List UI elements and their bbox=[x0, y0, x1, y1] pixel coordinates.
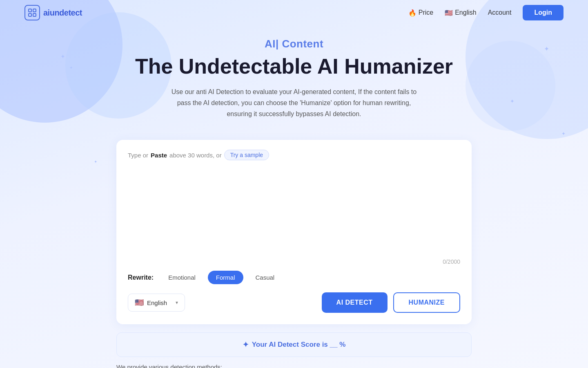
rewrite-formal[interactable]: Formal bbox=[208, 271, 243, 284]
below-fold: We provide various detection methods: bbox=[116, 364, 472, 368]
hero-title: The Undetectable AI Humanizer bbox=[8, 54, 580, 79]
score-label: Your AI Detect Score is __ % bbox=[252, 341, 346, 349]
fire-icon: 🔥 bbox=[408, 9, 416, 17]
nav-links: 🔥 Price 🇺🇸 English Account Login bbox=[408, 5, 564, 20]
navbar: aiundetect 🔥 Price 🇺🇸 English Account Lo… bbox=[0, 0, 588, 25]
bottom-row: 🇺🇸 English ▾ AI DETECT HUMANIZE bbox=[128, 292, 460, 313]
above-label: above 30 words, or bbox=[169, 152, 222, 159]
try-sample-button[interactable]: Try a sample bbox=[224, 150, 269, 160]
chevron-down-icon: ▾ bbox=[176, 300, 178, 305]
paste-button[interactable]: Paste bbox=[151, 152, 167, 159]
logo-text: aiundetect bbox=[43, 8, 82, 18]
language-selector[interactable]: 🇺🇸 English ▾ bbox=[128, 294, 185, 312]
lang-label: English bbox=[147, 299, 167, 306]
rewrite-label: Rewrite: bbox=[128, 274, 154, 281]
content-textarea[interactable] bbox=[128, 164, 460, 254]
rewrite-row: Rewrite: Emotional Formal Casual bbox=[128, 271, 460, 284]
svg-rect-3 bbox=[33, 13, 36, 16]
detection-methods-text: We provide various detection methods: bbox=[116, 364, 472, 368]
svg-rect-1 bbox=[33, 9, 36, 12]
humanize-button[interactable]: HUMANIZE bbox=[393, 292, 460, 313]
lang-flag: 🇺🇸 bbox=[135, 298, 144, 307]
account-link[interactable]: Account bbox=[488, 9, 512, 16]
logo-icon bbox=[24, 5, 40, 20]
login-button[interactable]: Login bbox=[523, 5, 564, 20]
sparkle-icon: ✦ bbox=[243, 340, 249, 349]
sparkle-5: ✦ bbox=[94, 159, 97, 164]
score-bar: ✦ Your AI Detect Score is __ % bbox=[116, 332, 472, 357]
hero-section: AI| Content The Undetectable AI Humanize… bbox=[0, 25, 588, 140]
price-link[interactable]: 🔥 Price bbox=[408, 9, 433, 17]
flag-icon: 🇺🇸 bbox=[445, 9, 453, 17]
hero-subtitle: AI| Content bbox=[8, 38, 580, 50]
score-text: ✦ Your AI Detect Score is __ % bbox=[243, 340, 346, 349]
char-count: 0/2000 bbox=[128, 258, 460, 265]
editor-card: Type or Paste above 30 words, or Try a s… bbox=[116, 140, 472, 324]
ai-detect-button[interactable]: AI DETECT bbox=[322, 292, 388, 313]
rewrite-casual[interactable]: Casual bbox=[247, 271, 283, 284]
hero-description: Use our anti AI Detection to evaluate yo… bbox=[167, 86, 421, 120]
textarea-header: Type or Paste above 30 words, or Try a s… bbox=[128, 150, 460, 160]
svg-rect-2 bbox=[29, 13, 31, 16]
type-label: Type or bbox=[128, 152, 148, 159]
action-buttons: AI DETECT HUMANIZE bbox=[322, 292, 460, 313]
logo-link[interactable]: aiundetect bbox=[24, 5, 82, 20]
language-link[interactable]: 🇺🇸 English bbox=[445, 9, 476, 17]
svg-rect-0 bbox=[29, 9, 31, 12]
rewrite-emotional[interactable]: Emotional bbox=[160, 271, 204, 284]
